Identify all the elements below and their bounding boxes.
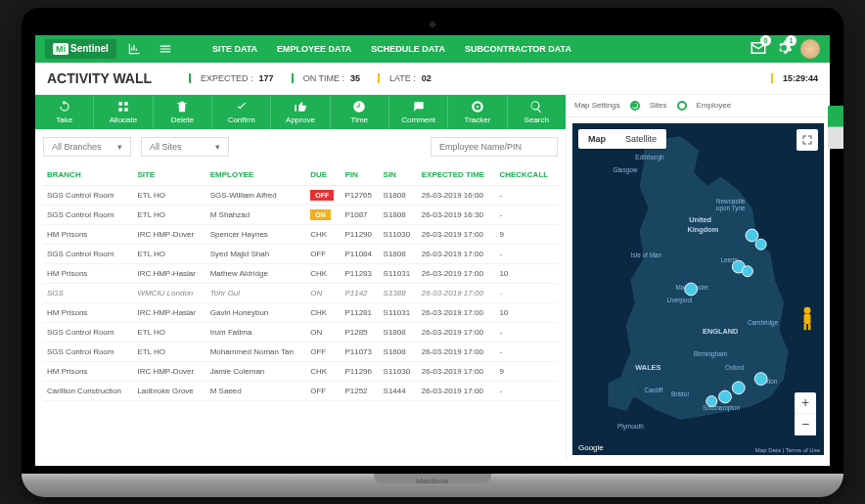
col-header[interactable]: EXPECTED TIME [418,164,496,186]
table-row[interactable]: SGSWMCIU LondonTohr GulONP1142S138826-03… [43,283,558,302]
col-header[interactable]: SITE [133,164,205,186]
search-input[interactable] [431,137,558,157]
tool-comment[interactable]: Comment [389,95,448,129]
col-header[interactable]: SIN [380,164,418,186]
table-row[interactable]: SGS Control RoomETL HOIrum FatimaONP1285… [43,322,558,342]
col-header[interactable]: DUE [306,164,341,186]
table-cell: S1808 [380,185,418,205]
table-cell: 10 [495,302,558,322]
table-row[interactable]: HM PrisonsIRC HMP-HaslarGavin HoneybunCH… [43,302,558,322]
table-cell: S1808 [380,205,418,224]
tool-take[interactable]: Take [35,95,94,129]
table-cell: P1087 [341,205,379,224]
nav-subcontractor-data[interactable]: SUBCONTRACTOR DATA [465,44,571,54]
table-cell: ON [306,322,341,342]
stat-late: LATE : 02 [378,73,432,83]
radio-employee[interactable] [677,101,687,111]
table-row[interactable]: HM PrisonsIRC HMP-DoverSpencer HaynesCHK… [43,224,558,244]
mail-button[interactable]: 0 [750,39,767,59]
svg-text:upon Tyne: upon Tyne [716,204,746,211]
dashboard-button[interactable] [120,39,148,59]
radio-sites[interactable] [630,101,640,111]
svg-text:WALES: WALES [635,362,660,371]
pegman-icon[interactable] [798,305,816,331]
fullscreen-icon [801,134,813,146]
table-cell: IRC HMP-Haslar [133,263,205,283]
table-cell: - [495,342,558,361]
table-cell: 26-03-2019 16:00 [418,185,496,205]
table-row[interactable]: SGS Control RoomETL HOSyed Majid ShahOFF… [43,244,558,263]
nav-employee-data[interactable]: EMPLOYEE DATA [277,44,351,54]
table-cell: 26-03-2019 17:00 [418,302,496,322]
brand-logo[interactable]: Mi Sentinel [45,39,116,59]
chevron-down-icon: ▾ [117,142,122,152]
laptop-base [22,474,843,497]
trash-icon [175,100,189,114]
col-header[interactable]: CHECKCALL [495,164,558,186]
svg-text:United: United [689,214,711,223]
user-avatar[interactable] [800,39,820,59]
tool-search[interactable]: Search [508,95,566,129]
table-cell: ON [306,283,341,302]
table-cell: M Saeed [206,381,307,400]
map-terms[interactable]: Map Data | Terms of Use [755,447,820,453]
map-settings-bar: Map Settings Sites Employee [567,95,830,117]
table-cell: P11073 [341,342,379,361]
chat-icon [412,100,426,114]
table-cell: 26-03-2019 17:00 [418,224,496,244]
fullscreen-button[interactable] [797,129,818,151]
nav-site-data[interactable]: SITE DATA [212,44,257,54]
table-cell: 26-03-2019 17:00 [418,283,496,302]
table-cell: ON [306,205,341,224]
tool-time[interactable]: Time [331,95,389,129]
table-row[interactable]: HM PrisonsIRC HMP-DoverJamie ColemanCHKP… [43,361,558,381]
tool-approve[interactable]: Approve [271,95,330,129]
svg-text:ENGLAND: ENGLAND [703,327,738,336]
settings-button[interactable]: 1 [775,39,793,59]
tab-satellite[interactable]: Satellite [615,129,666,149]
table-cell: 26-03-2019 17:00 [418,361,496,381]
side-tab-2[interactable] [828,127,830,149]
table-row[interactable]: Carillion ConstructionLadbroke GroveM Sa… [43,381,558,400]
table-cell: SGS-William Alfred [206,185,307,205]
chart-icon [127,42,141,56]
map-settings-label[interactable]: Map Settings [574,101,620,110]
table-cell: M Shahzad [206,205,307,224]
table-cell: CHK [306,224,341,244]
table-cell: SGS [43,283,133,302]
zoom-out-button[interactable]: − [795,414,816,435]
col-header[interactable]: EMPLOYEE [206,164,307,186]
map-panel: Map Settings Sites Employee Map Satellit… [566,95,830,461]
tab-map[interactable]: Map [578,129,615,149]
search-icon [529,100,543,114]
table-cell: P1285 [341,322,379,342]
table-cell: P1142 [341,283,379,302]
stats-bar: ACTIVITY WALL EXPECTED : 177 ON TIME : 3… [35,63,830,95]
stat-ontime: ON TIME : 35 [292,73,360,83]
menu-button[interactable] [152,39,179,59]
table-row[interactable]: HM PrisonsIRC HMP-HaslarMathew AldridgeC… [43,263,558,283]
tool-tracker[interactable]: Tracker [448,95,507,129]
col-header[interactable]: BRANCH [43,164,133,186]
table-row[interactable]: SGS Control RoomETL HOMohammed Noman Tan… [43,342,558,361]
tool-delete[interactable]: Delete [154,95,212,129]
table-cell: Ladbroke Grove [133,381,205,400]
side-tab-1[interactable] [828,106,830,127]
tool-allocate[interactable]: Allocate [94,95,153,129]
filter-sites[interactable]: All Sites▾ [141,137,229,157]
mail-badge: 0 [760,35,771,46]
activity-table[interactable]: BRANCHSITEEMPLOYEEDUEPINSINEXPECTED TIME… [35,164,566,461]
table-cell: Tohr Gul [206,283,307,302]
table-cell: Mathew Aldridge [206,263,307,283]
nav-schedule-data[interactable]: SCHEDULE DATA [371,44,445,54]
table-row[interactable]: SGS Control RoomETL HOSGS-William Alfred… [43,185,558,205]
zoom-in-button[interactable]: + [795,392,816,414]
table-cell: S11031 [380,302,418,322]
target-icon [471,100,484,114]
col-header[interactable]: PIN [341,164,379,186]
map-container[interactable]: Map Satellite Edinburgh Glasgow United K… [572,123,824,455]
table-row[interactable]: SGS Control RoomETL HOM ShahzadONP1087S1… [43,205,558,224]
filter-branches[interactable]: All Branches▾ [43,137,131,157]
table-cell: Carillion Construction [43,381,133,400]
tool-confirm[interactable]: Confirm [212,95,271,129]
